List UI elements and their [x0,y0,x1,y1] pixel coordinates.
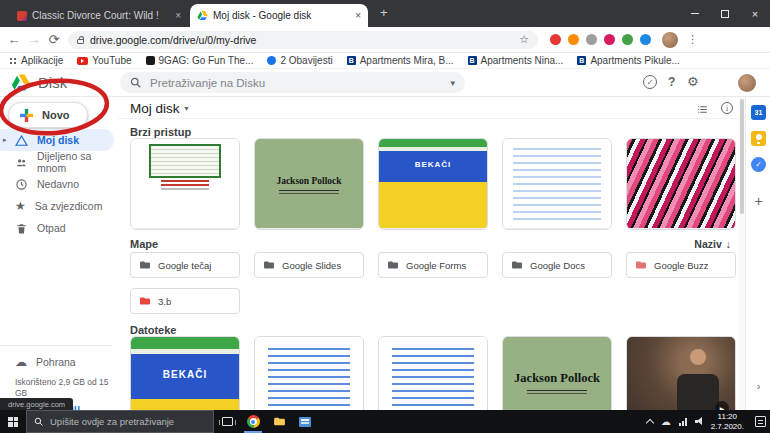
file-tile-video[interactable]: ▶ [626,336,736,410]
apps-grid-icon [8,56,17,65]
reload-icon[interactable]: ⟳ [44,32,64,47]
sidebar-item-recent[interactable]: Nedavno [0,173,114,195]
bookmark-apartments-pikule[interactable]: BApartments Pikule... [577,55,679,66]
offline-status-icon[interactable]: ✓ [643,75,657,89]
taskbar-chrome-button[interactable] [240,410,266,433]
drive-search-box[interactable]: ▾ [120,72,465,93]
settings-gear-icon[interactable]: ⚙ [687,74,699,89]
taskbar-app-button[interactable] [292,410,318,433]
search-icon [34,417,44,427]
back-icon[interactable]: ← [4,32,24,47]
file-tile-slide[interactable]: BEKAČI [130,336,240,410]
my-drive-dropdown[interactable]: Moj disk▾ [130,101,189,116]
window-close-button[interactable]: × [740,0,770,27]
card-meta: Ideje za likovni 4.b Dokument je prošli … [627,229,735,230]
browser-menu-icon[interactable]: ⋮ [687,33,699,46]
add-addon-icon[interactable]: + [746,193,770,209]
keep-icon[interactable] [751,131,766,146]
taskbar-file-explorer-button[interactable] [266,410,292,433]
people-icon [15,156,28,169]
sidebar-item-trash[interactable]: Otpad [0,217,114,239]
start-button[interactable] [0,410,26,433]
taskbar-clock[interactable]: 11:20 2.7.2020. [711,412,744,431]
list-view-toggle-icon[interactable] [696,102,709,120]
trash-icon [15,222,28,235]
sidebar-item-my-drive[interactable]: ▸ Moj disk [0,129,114,151]
tab-title: Classic Divorce Court: Wild ! [32,10,170,21]
browser-tab-active[interactable]: Moj disk - Google disk × [190,4,368,27]
notifications-icon [267,56,276,65]
window-minimize-button[interactable] [680,0,710,27]
tray-chevron-up-icon[interactable] [645,419,653,427]
extension-icon[interactable] [640,34,651,45]
quick-card-flippity[interactable]: Kopija dokumenta Flippity... Uredili ste… [502,138,612,230]
calendar-icon[interactable]: 31 [751,105,766,120]
booking-icon: B [347,56,356,65]
drive-product-name: Disk [38,74,67,91]
extension-icon[interactable] [622,34,633,45]
drive-search-input[interactable] [150,77,442,89]
action-center-icon[interactable] [755,416,766,427]
bookmark-star-icon[interactable]: ☆ [519,33,529,46]
tab-close-icon[interactable]: × [175,10,181,21]
quick-card-jackson-pollock[interactable]: Jackson Pollock Jackson Pollock Uredili … [254,138,364,230]
volume-icon[interactable] [695,417,703,426]
window-maximize-button[interactable] [710,0,740,27]
address-bar[interactable]: drive.google.com/drive/u/0/my-drive ☆ [68,31,538,49]
new-tab-button[interactable]: + [380,5,388,20]
play-icon[interactable]: ▶ [715,401,729,410]
extension-icon[interactable] [550,34,561,45]
bookmark-apartments-mira[interactable]: BApartments Mira, B... [347,55,454,66]
folder-google-docs[interactable]: Google Docs [502,252,612,278]
scrollbar-thumb[interactable] [740,99,744,214]
drive-icon [15,134,28,147]
extension-icon[interactable] [586,34,597,45]
bookmark-apps[interactable]: Aplikacije [8,55,63,66]
folder-icon [635,259,647,271]
quick-card-anketni-upitnik[interactable]: Anketni upitnik Uredili ste prošli tjeda… [130,138,240,230]
sidebar-item-label: Pohrana [36,356,76,368]
browser-tab-inactive[interactable]: Classic Divorce Court: Wild ! × [10,4,188,27]
info-icon[interactable]: i [721,102,733,114]
bookmark-obavijesti[interactable]: 2 Obavijesti [267,55,332,66]
search-options-chevron-icon[interactable]: ▾ [450,78,455,88]
onedrive-cloud-icon[interactable]: ☁ [661,417,671,427]
task-view-button[interactable] [214,410,240,433]
account-avatar[interactable] [738,74,756,92]
sidebar-item-storage[interactable]: ☁ Pohrana [0,351,114,373]
expander-icon[interactable]: ▸ [3,136,7,144]
new-button[interactable]: Novo [8,102,88,128]
extension-icon[interactable] [604,34,615,45]
folder-google-slides[interactable]: Google Slides [254,252,364,278]
file-tile-document[interactable] [378,336,488,410]
bookmark-label: Aplikacije [21,55,63,66]
bookmark-youtube[interactable]: YouTube [77,55,131,66]
tasks-icon[interactable]: ✓ [751,157,766,172]
bookmark-label: 9GAG: Go Fun The... [159,55,254,66]
taskbar-search-input[interactable] [50,416,206,427]
folder-icon [387,259,399,271]
folder-google-tecaj[interactable]: Google tečaj [130,252,240,278]
extension-icon[interactable] [568,34,579,45]
browser-profile-avatar[interactable] [662,32,678,48]
drive-logo-icon[interactable] [10,73,31,96]
sort-control[interactable]: Naziv ↓ [694,238,731,250]
sidebar-item-shared[interactable]: Dijeljeno sa mnom [0,151,114,173]
bookmarks-bar: Aplikacije YouTube 9GAG: Go Fun The... 2… [0,53,770,69]
sidebar-item-starred[interactable]: ★ Sa zvjezdicom [0,195,114,217]
file-tile-pollock[interactable]: Jackson Pollock [502,336,612,410]
bookmark-apartments-nina[interactable]: BApartments Nina... [468,55,564,66]
network-signal-icon[interactable] [679,418,687,426]
file-tile-document[interactable] [254,336,364,410]
forward-icon[interactable]: → [24,32,44,47]
panel-chevron-icon[interactable]: › [746,380,770,392]
quick-card-ideje-za-likovni[interactable]: Ideje za likovni 4.b Dokument je prošli … [626,138,736,230]
folder-3b[interactable]: 3.b [130,288,240,314]
quick-card-sveta-nedelja[interactable]: BEKAČI Sveta Nedelja 3.b Dokument je za … [378,138,488,230]
bookmark-9gag[interactable]: 9GAG: Go Fun The... [146,55,254,66]
tab-close-icon[interactable]: × [355,10,361,21]
help-icon[interactable]: ? [668,75,675,89]
taskbar-search-box[interactable] [26,410,214,433]
folder-google-forms[interactable]: Google Forms [378,252,488,278]
folder-google-buzz[interactable]: Google Buzz [626,252,736,278]
